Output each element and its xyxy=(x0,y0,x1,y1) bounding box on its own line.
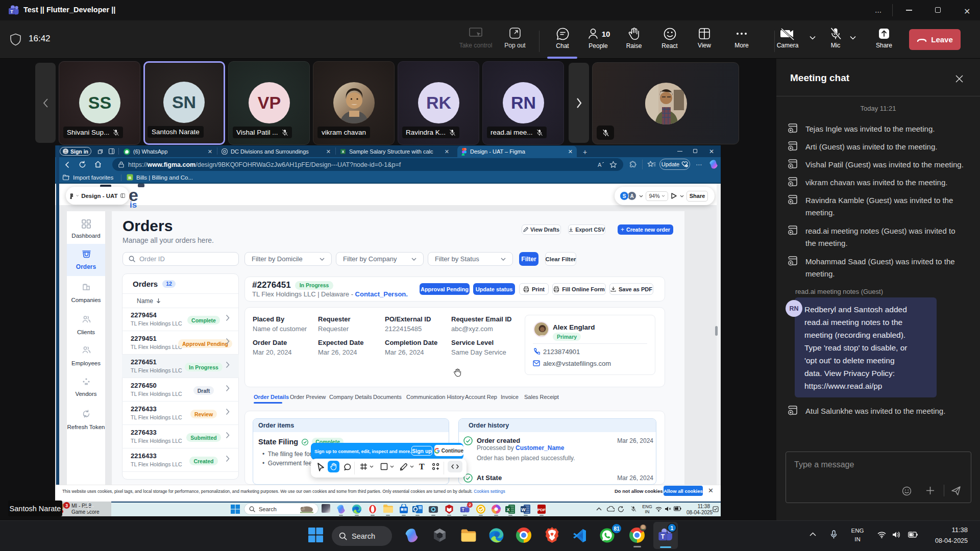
svg-text:X: X xyxy=(506,507,509,512)
svg-text:T: T xyxy=(462,508,464,512)
svg-text:T: T xyxy=(10,9,13,14)
svg-text:W: W xyxy=(521,507,526,512)
svg-text:B: B xyxy=(129,176,132,180)
svg-text:X: X xyxy=(341,149,344,154)
svg-text:T: T xyxy=(661,533,665,540)
svg-text:PDF: PDF xyxy=(537,508,546,512)
svg-text:A: A xyxy=(598,162,602,168)
